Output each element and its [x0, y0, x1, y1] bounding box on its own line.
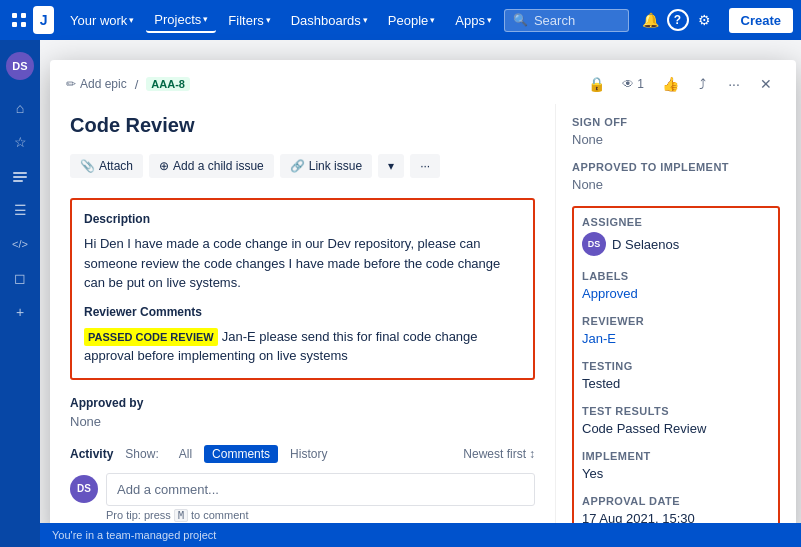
- passed-badge: PASSED CODE REVIEW: [84, 328, 218, 347]
- help-icon[interactable]: ?: [667, 9, 689, 31]
- settings-icon[interactable]: ⚙: [691, 6, 719, 34]
- reviewer-text: PASSED CODE REVIEWJan-E please send this…: [84, 327, 521, 366]
- test-results-label: Test results: [582, 405, 770, 417]
- page-icon[interactable]: ◻: [4, 262, 36, 294]
- header-actions: 🔒 👁 1 👍 ⤴ ··· ✕: [582, 70, 780, 98]
- field-approved-to-implement: Approved to Implement None: [572, 161, 780, 192]
- more-actions-button[interactable]: ▾: [378, 154, 404, 178]
- pencil-icon: ✏: [66, 77, 76, 91]
- chevron-down-icon: ▾: [388, 159, 394, 173]
- nav-people[interactable]: People ▾: [380, 9, 443, 32]
- status-bar: You're in a team-managed project: [40, 523, 801, 547]
- chevron-icon: ▾: [430, 15, 435, 25]
- action-buttons: 📎 Attach ⊕ Add a child issue 🔗 Link issu…: [70, 154, 535, 178]
- comment-input-row: DS Add a comment... Pro tip: press M to …: [70, 473, 535, 521]
- star-icon[interactable]: ☆: [4, 126, 36, 158]
- field-testing: Testing Tested: [582, 360, 770, 391]
- left-panel: Code Review 📎 Attach ⊕ Add a child issue…: [50, 104, 556, 537]
- add-icon[interactable]: +: [4, 296, 36, 328]
- share-icon[interactable]: ⤴: [688, 70, 716, 98]
- show-label: Show:: [125, 447, 158, 461]
- field-assignee: Assignee DS D Selaenos: [582, 216, 770, 256]
- assignee-label: Assignee: [582, 216, 770, 228]
- nav-dashboards[interactable]: Dashboards ▾: [283, 9, 376, 32]
- nav-icon-group: 🔔 ? ⚙: [637, 6, 719, 34]
- approved-implement-label: Approved to Implement: [572, 161, 780, 173]
- comment-input[interactable]: Add a comment...: [106, 473, 535, 506]
- attach-button[interactable]: 📎 Attach: [70, 154, 143, 178]
- chevron-icon: ▾: [363, 15, 368, 25]
- svg-rect-3: [21, 22, 26, 27]
- assignee-value[interactable]: D Selaenos: [612, 237, 679, 252]
- field-test-results: Test results Code Passed Review: [582, 405, 770, 436]
- link-issue-button[interactable]: 🔗 Link issue: [280, 154, 372, 178]
- extra-actions-button[interactable]: ···: [410, 154, 440, 178]
- assignee-row: DS D Selaenos: [582, 232, 770, 256]
- field-approval-date: Approval Date 17 Aug 2021, 15:30: [582, 495, 770, 526]
- approved-by-label: Approved by: [70, 396, 535, 410]
- field-reviewer: Reviewer Jan-E: [582, 315, 770, 346]
- testing-value[interactable]: Tested: [582, 376, 770, 391]
- tab-all[interactable]: All: [171, 445, 200, 463]
- description-label: Description: [84, 212, 521, 226]
- highlighted-fields: Assignee DS D Selaenos Labels Approved R…: [572, 206, 780, 537]
- close-icon[interactable]: ✕: [752, 70, 780, 98]
- field-implement: Implement Yes: [582, 450, 770, 481]
- keyboard-shortcut: M: [174, 509, 188, 522]
- test-results-value[interactable]: Code Passed Review: [582, 421, 770, 436]
- paperclip-icon: 📎: [80, 159, 95, 173]
- like-icon[interactable]: 👍: [656, 70, 684, 98]
- testing-label: Testing: [582, 360, 770, 372]
- sign-off-value: None: [572, 132, 780, 147]
- reviewer-value[interactable]: Jan-E: [582, 331, 770, 346]
- reviewer-comments-label: Reviewer Comments: [84, 305, 521, 319]
- code-icon[interactable]: </>: [4, 228, 36, 260]
- activity-label: Activity: [70, 447, 113, 461]
- activity-header: Activity Show: All Comments History Newe…: [70, 445, 535, 463]
- app-grid-icon[interactable]: [8, 6, 29, 34]
- implement-label: Implement: [582, 450, 770, 462]
- lock-icon[interactable]: 🔒: [582, 70, 610, 98]
- svg-rect-5: [13, 176, 27, 178]
- tab-history[interactable]: History: [282, 445, 335, 463]
- breadcrumb-separator: /: [135, 77, 139, 92]
- approved-by-section: Approved by None: [70, 396, 535, 429]
- sort-button[interactable]: Newest first ↕: [463, 447, 535, 461]
- tab-comments[interactable]: Comments: [204, 445, 278, 463]
- project-icon[interactable]: [4, 160, 36, 192]
- notifications-icon[interactable]: 🔔: [637, 6, 665, 34]
- avatar[interactable]: DS: [6, 52, 34, 80]
- issue-title: Code Review: [70, 112, 535, 138]
- chevron-icon: ▾: [129, 15, 134, 25]
- watch-button[interactable]: 👁 1: [614, 74, 652, 94]
- list-icon[interactable]: ☰: [4, 194, 36, 226]
- chevron-icon: ▾: [203, 14, 208, 24]
- issue-breadcrumb[interactable]: AAA-8: [146, 77, 190, 91]
- description-text: Hi Den I have made a code change in our …: [84, 234, 521, 293]
- dots-icon: ···: [420, 159, 430, 173]
- add-child-issue-button[interactable]: ⊕ Add a child issue: [149, 154, 274, 178]
- app-logo[interactable]: J: [33, 6, 54, 34]
- more-options-icon[interactable]: ···: [720, 70, 748, 98]
- chevron-icon: ▾: [487, 15, 492, 25]
- field-sign-off: Sign Off None: [572, 116, 780, 147]
- top-navigation: J Your work ▾ Projects ▾ Filters ▾ Dashb…: [0, 0, 801, 40]
- chevron-icon: ▾: [266, 15, 271, 25]
- reviewer-label: Reviewer: [582, 315, 770, 327]
- nav-apps[interactable]: Apps ▾: [447, 9, 500, 32]
- implement-value[interactable]: Yes: [582, 466, 770, 481]
- nav-filters[interactable]: Filters ▾: [220, 9, 278, 32]
- right-panel: Sign Off None Approved to Implement None…: [556, 104, 796, 537]
- sign-off-label: Sign Off: [572, 116, 780, 128]
- home-icon[interactable]: ⌂: [4, 92, 36, 124]
- labels-value[interactable]: Approved: [582, 286, 770, 301]
- approval-date-label: Approval Date: [582, 495, 770, 507]
- nav-projects[interactable]: Projects ▾: [146, 8, 216, 33]
- add-epic-breadcrumb[interactable]: ✏ Add epic: [66, 77, 127, 91]
- field-labels: Labels Approved: [582, 270, 770, 301]
- search-icon: 🔍: [513, 13, 528, 27]
- nav-your-work[interactable]: Your work ▾: [62, 9, 142, 32]
- search-input[interactable]: 🔍 Search: [504, 9, 629, 32]
- create-button[interactable]: Create: [729, 8, 793, 33]
- plus-circle-icon: ⊕: [159, 159, 169, 173]
